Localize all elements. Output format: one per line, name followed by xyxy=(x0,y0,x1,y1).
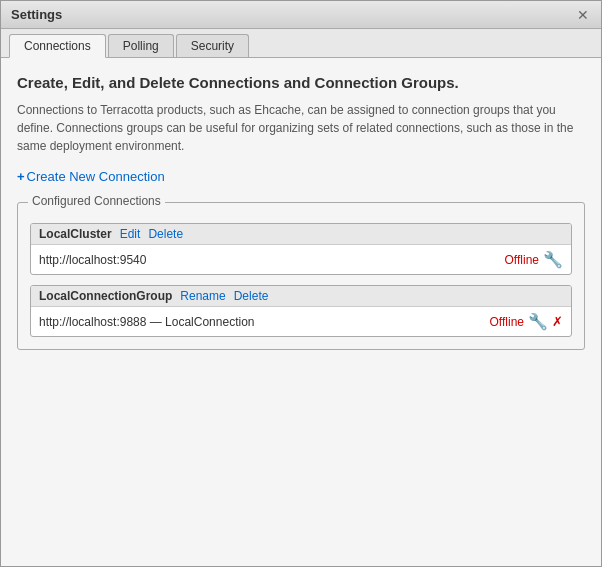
dialog-title: Settings xyxy=(11,7,62,22)
wrench-icon-localcluster: 🔧 xyxy=(543,250,563,269)
rename-localconnectiongroup-link[interactable]: Rename xyxy=(180,289,225,303)
connection-url-localconnectiongroup: http://localhost:9888 — LocalConnection xyxy=(39,315,254,329)
cross-icon-localconnectiongroup: ✗ xyxy=(552,314,563,329)
plus-icon: + xyxy=(17,169,25,184)
connection-body-localcluster: http://localhost:9540 Offline 🔧 xyxy=(31,245,571,274)
connection-name-localcluster: LocalCluster xyxy=(39,227,112,241)
connection-header-localcluster: LocalCluster Edit Delete xyxy=(31,224,571,245)
tab-security[interactable]: Security xyxy=(176,34,249,57)
configured-connections-group: Configured Connections LocalCluster Edit… xyxy=(17,202,585,350)
settings-dialog: Settings ✕ Connections Polling Security … xyxy=(0,0,602,567)
tab-connections[interactable]: Connections xyxy=(9,34,106,58)
connection-item-localcluster: LocalCluster Edit Delete http://localhos… xyxy=(30,223,572,275)
connection-url-localcluster: http://localhost:9540 xyxy=(39,253,146,267)
dialog-content: Create, Edit, and Delete Connections and… xyxy=(1,58,601,566)
section-heading: Create, Edit, and Delete Connections and… xyxy=(17,74,585,91)
wrench-icon-localconnectiongroup: 🔧 xyxy=(528,312,548,331)
section-description: Connections to Terracotta products, such… xyxy=(17,101,585,155)
connection-body-localconnectiongroup: http://localhost:9888 — LocalConnection … xyxy=(31,307,571,336)
configured-connections-label: Configured Connections xyxy=(28,194,165,208)
tab-polling[interactable]: Polling xyxy=(108,34,174,57)
edit-localcluster-link[interactable]: Edit xyxy=(120,227,141,241)
connection-name-localconnectiongroup: LocalConnectionGroup xyxy=(39,289,172,303)
create-new-connection-link[interactable]: +Create New Connection xyxy=(17,169,165,184)
tabs-bar: Connections Polling Security xyxy=(1,29,601,58)
status-offline-localcluster: Offline xyxy=(505,253,539,267)
delete-localcluster-link[interactable]: Delete xyxy=(148,227,183,241)
status-offline-localconnectiongroup: Offline xyxy=(490,315,524,329)
status-area-localconnectiongroup: Offline 🔧 ✗ xyxy=(490,312,563,331)
delete-localconnectiongroup-link[interactable]: Delete xyxy=(234,289,269,303)
connection-item-localconnectiongroup: LocalConnectionGroup Rename Delete http:… xyxy=(30,285,572,337)
connection-header-localconnectiongroup: LocalConnectionGroup Rename Delete xyxy=(31,286,571,307)
dialog-titlebar: Settings ✕ xyxy=(1,1,601,29)
close-button[interactable]: ✕ xyxy=(575,8,591,22)
status-area-localcluster: Offline 🔧 xyxy=(505,250,563,269)
